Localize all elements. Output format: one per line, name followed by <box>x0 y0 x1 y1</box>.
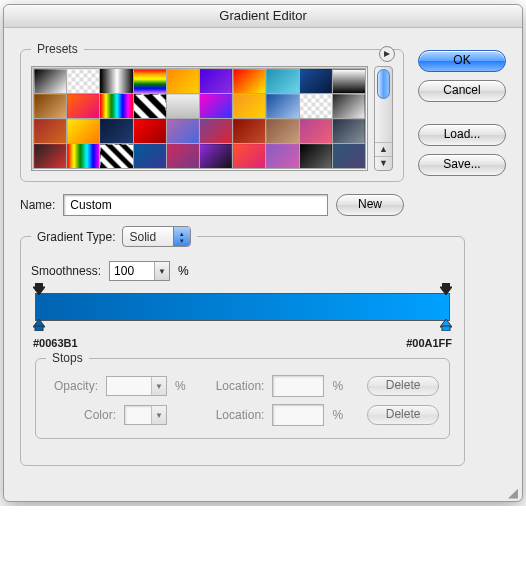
delete-color-stop-button[interactable]: Delete <box>367 405 439 425</box>
svg-rect-3 <box>442 283 450 288</box>
gradient-settings-group: Gradient Type: Solid ▴▾ Smoothness: ▼ % <box>20 226 465 466</box>
preset-swatch[interactable] <box>67 119 100 144</box>
scroll-thumb[interactable] <box>377 69 390 99</box>
preset-swatch[interactable] <box>199 94 232 119</box>
load-button[interactable]: Load... <box>418 124 506 146</box>
preset-swatch[interactable] <box>199 119 232 144</box>
presets-scrollbar[interactable]: ▲ ▼ <box>374 66 393 171</box>
preset-swatch[interactable] <box>100 144 133 169</box>
preset-swatch[interactable] <box>233 144 266 169</box>
location-label: Location: <box>216 408 265 422</box>
smoothness-input[interactable]: ▼ <box>109 261 170 281</box>
preset-swatch[interactable] <box>133 69 166 94</box>
save-button[interactable]: Save... <box>418 154 506 176</box>
preset-swatch[interactable] <box>332 94 365 119</box>
preset-swatch[interactable] <box>332 144 365 169</box>
svg-rect-1 <box>35 283 43 288</box>
preset-swatch[interactable] <box>100 119 133 144</box>
svg-rect-7 <box>442 326 450 331</box>
opacity-stop-left[interactable] <box>33 283 45 295</box>
presets-group: Presets ▸ ▲ ▼ <box>20 42 404 182</box>
stops-legend: Stops <box>46 351 89 365</box>
preset-swatch[interactable] <box>199 144 232 169</box>
gradient-preview[interactable]: #0063B1 #00A1FF <box>35 293 450 321</box>
preset-swatch[interactable] <box>299 144 332 169</box>
preset-swatch[interactable] <box>67 144 100 169</box>
location-label: Location: <box>216 379 265 393</box>
preset-swatch[interactable] <box>133 144 166 169</box>
presets-legend: Presets <box>31 42 84 56</box>
preset-swatch[interactable] <box>332 69 365 94</box>
preset-swatch[interactable] <box>67 69 100 94</box>
preset-swatch[interactable] <box>166 94 199 119</box>
preset-swatch[interactable] <box>34 119 67 144</box>
right-color-label: #00A1FF <box>406 337 452 349</box>
name-input[interactable] <box>63 194 328 216</box>
preset-grid <box>31 66 368 171</box>
preset-swatch[interactable] <box>299 94 332 119</box>
scroll-down-icon[interactable]: ▼ <box>375 156 392 170</box>
preset-swatch[interactable] <box>34 94 67 119</box>
svg-marker-0 <box>33 287 45 295</box>
chevron-down-icon[interactable]: ▼ <box>151 377 166 395</box>
stop-color-swatch[interactable]: ▼ <box>124 405 167 425</box>
color-stop-left[interactable] <box>33 319 45 331</box>
cancel-button[interactable]: Cancel <box>418 80 506 102</box>
color-label: Color: <box>84 408 116 422</box>
preset-swatch[interactable] <box>233 69 266 94</box>
color-stop-right[interactable] <box>440 319 452 331</box>
svg-marker-2 <box>440 287 452 295</box>
chevron-down-icon[interactable]: ▼ <box>151 406 166 424</box>
scroll-up-icon[interactable]: ▲ <box>375 142 392 156</box>
preset-swatch[interactable] <box>34 69 67 94</box>
preset-swatch[interactable] <box>332 119 365 144</box>
preset-swatch[interactable] <box>100 69 133 94</box>
preset-swatch[interactable] <box>233 119 266 144</box>
delete-opacity-stop-button[interactable]: Delete <box>367 376 439 396</box>
window-title: Gradient Editor <box>4 5 522 28</box>
color-location-input[interactable] <box>272 404 324 426</box>
gradient-bar[interactable] <box>35 293 450 321</box>
opacity-stop-right[interactable] <box>440 283 452 295</box>
preset-swatch[interactable] <box>299 119 332 144</box>
preset-swatch[interactable] <box>266 144 299 169</box>
preset-swatch[interactable] <box>199 69 232 94</box>
preset-swatch[interactable] <box>166 119 199 144</box>
presets-menu-icon[interactable]: ▸ <box>379 46 395 62</box>
updown-icon: ▴▾ <box>173 227 190 246</box>
smoothness-label: Smoothness: <box>31 264 101 278</box>
preset-swatch[interactable] <box>166 69 199 94</box>
preset-swatch[interactable] <box>133 94 166 119</box>
opacity-input[interactable]: ▼ <box>106 376 167 396</box>
new-button[interactable]: New <box>336 194 404 216</box>
preset-swatch[interactable] <box>166 144 199 169</box>
preset-swatch[interactable] <box>266 94 299 119</box>
preset-swatch[interactable] <box>266 69 299 94</box>
gradient-editor-window: Gradient Editor Presets ▸ ▲ ▼ <box>3 4 523 502</box>
preset-swatch[interactable] <box>266 119 299 144</box>
svg-rect-5 <box>35 326 43 331</box>
stops-group: Stops Opacity: ▼ % Location: <box>35 351 450 439</box>
opacity-location-input[interactable] <box>272 375 324 397</box>
gradient-type-row: Gradient Type: Solid ▴▾ <box>31 226 197 247</box>
gradient-type-label: Gradient Type: <box>37 230 116 244</box>
preset-swatch[interactable] <box>299 69 332 94</box>
opacity-label: Opacity: <box>54 379 98 393</box>
preset-swatch[interactable] <box>233 94 266 119</box>
preset-swatch[interactable] <box>67 94 100 119</box>
chevron-down-icon[interactable]: ▼ <box>154 262 169 280</box>
ok-button[interactable]: OK <box>418 50 506 72</box>
preset-swatch[interactable] <box>100 94 133 119</box>
preset-swatch[interactable] <box>133 119 166 144</box>
name-label: Name: <box>20 198 55 212</box>
preset-swatch[interactable] <box>34 144 67 169</box>
smoothness-unit: % <box>178 264 189 278</box>
resize-grip-icon[interactable]: ◢ <box>4 488 522 501</box>
gradient-type-select[interactable]: Solid ▴▾ <box>122 226 191 247</box>
left-color-label: #0063B1 <box>33 337 78 349</box>
